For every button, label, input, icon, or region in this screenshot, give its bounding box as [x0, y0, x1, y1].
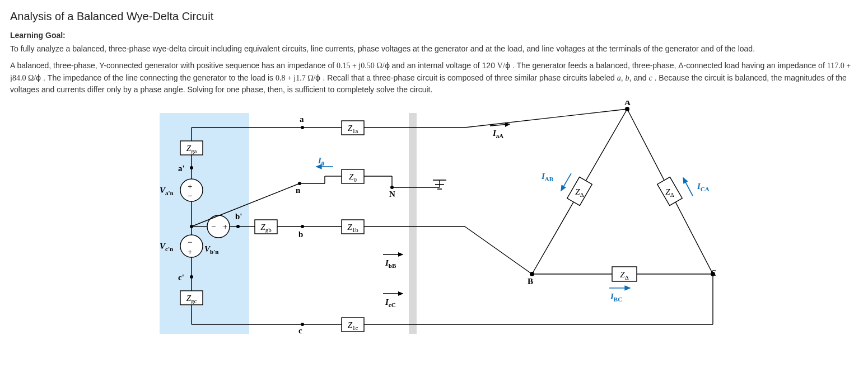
phase-c-label: c — [648, 74, 652, 82]
node-b: b — [298, 230, 303, 239]
page-title: Analysis of a Balanced Wye-Delta Circuit — [10, 10, 858, 23]
IcC-label: IcC — [385, 298, 396, 308]
node-a: a — [300, 115, 304, 124]
svg-line-65 — [683, 178, 693, 196]
node-n: n — [296, 186, 301, 195]
gen-impedance-value: 0.15 + j0.50 Ω/ϕ — [337, 62, 390, 70]
svg-text:−: − — [211, 222, 216, 231]
gen-voltage-unit: V/ϕ — [497, 62, 510, 70]
svg-line-64 — [561, 173, 571, 191]
svg-text:−: − — [188, 238, 192, 247]
node-c: c — [298, 326, 302, 335]
svg-text:+: + — [188, 247, 192, 256]
circuit-diagram: Zga a' + − Va'n − + Vc'n c' Zgc − + Vb'n… — [10, 101, 858, 336]
IbB-label: IbB — [385, 258, 396, 269]
delta-C: C — [711, 268, 717, 277]
node-a-prime: a' — [178, 164, 185, 173]
problem-text: . Recall that a three-phase circuit is c… — [323, 73, 617, 82]
node-N: N — [389, 190, 395, 199]
svg-line-53 — [465, 227, 532, 274]
IBC-label: IBC — [610, 292, 622, 303]
line-impedance-value: 0.8 + j1.7 Ω/ϕ — [276, 74, 321, 82]
problem-statement: A balanced, three-phase, Y-connected gen… — [10, 60, 858, 95]
IAB-label: IAB — [541, 172, 554, 182]
svg-text:+: + — [223, 222, 227, 231]
problem-text: . The generator feeds a balanced, three-… — [512, 61, 827, 70]
problem-text: and an internal voltage of 120 — [391, 61, 497, 70]
phase-a-label: a — [617, 74, 621, 82]
generator-region — [160, 113, 249, 334]
separator-bar — [409, 113, 417, 334]
problem-text: . The impedance of the line connecting t… — [43, 73, 276, 82]
delta-B: B — [528, 277, 533, 286]
delta-A: A — [624, 101, 631, 107]
I0-label: I0 — [318, 156, 325, 167]
phase-b-label: b — [625, 74, 629, 82]
svg-line-50 — [465, 109, 627, 128]
ICA-label: ICA — [697, 182, 710, 192]
problem-text: A balanced, three-phase, Y-connected gen… — [10, 61, 337, 70]
learning-goal-body: To fully analyze a balanced, three-phase… — [10, 43, 858, 54]
node-c-prime: c' — [178, 273, 184, 282]
node-b-prime: b' — [235, 212, 242, 221]
wye-delta-diagram: Zga a' + − Va'n − + Vc'n c' Zgc − + Vb'n… — [151, 101, 717, 336]
learning-goal-label: Learning Goal: — [10, 31, 858, 40]
svg-text:+: + — [188, 182, 192, 191]
IaA-label: IaA — [492, 129, 503, 139]
svg-text:−: − — [188, 191, 192, 200]
